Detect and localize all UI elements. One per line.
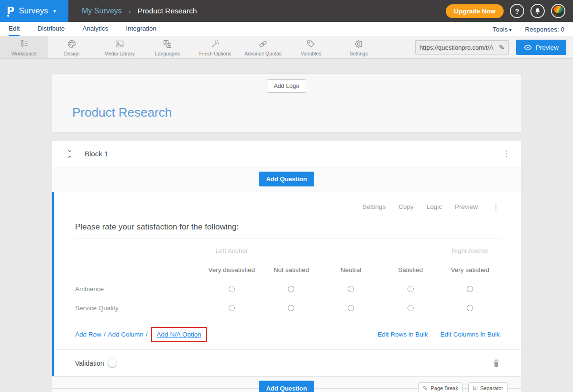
radio-button[interactable] <box>348 286 354 292</box>
radio-button[interactable] <box>408 286 414 292</box>
radio-button[interactable] <box>288 305 294 311</box>
question-menu-kebab-icon[interactable]: ⋮ <box>492 202 500 212</box>
radio-button[interactable] <box>288 286 294 292</box>
gear-icon <box>353 39 364 49</box>
radio-button[interactable] <box>467 286 473 292</box>
separator-button[interactable]: ☑ Separator <box>468 382 507 392</box>
tab-integration[interactable]: Integration <box>126 25 156 36</box>
column-header[interactable]: Very satisfied <box>440 260 500 279</box>
column-header[interactable]: Very dissatisfied <box>202 260 262 279</box>
add-question-band-bottom: Add Question Page Break ☑ Separator <box>52 376 521 392</box>
radio-button[interactable] <box>348 305 354 311</box>
topbar-dark-section: My Surveys › Product Research Upgrade No… <box>68 0 573 22</box>
top-bar: P Surveys ▾ My Surveys › Product Researc… <box>0 0 573 22</box>
row-label[interactable]: Service Quality <box>75 298 202 317</box>
add-logo-button[interactable]: Add Logo <box>267 79 306 93</box>
survey-title[interactable]: Product Research <box>72 105 521 120</box>
left-anchor-field[interactable]: Left Anchor <box>202 241 262 260</box>
toolbar-item-label: Advance Quotas <box>244 51 282 56</box>
questionpro-logo-icon: P <box>7 6 14 16</box>
add-question-button-bottom[interactable]: Add Question <box>259 381 314 392</box>
matrix-cell <box>321 298 381 317</box>
radio-button[interactable] <box>229 305 235 311</box>
add-column-link[interactable]: Add Column <box>108 331 143 338</box>
question-actions: Settings Copy Logic Preview ⋮ <box>75 192 500 212</box>
translate-icon <box>162 39 173 49</box>
toolbar-item-media-library[interactable]: Media Library <box>96 36 143 58</box>
help-icon[interactable]: ? <box>510 4 524 18</box>
validation-toggle[interactable] <box>110 360 125 366</box>
link-separator: / <box>104 331 106 338</box>
edit-rows-in-bulk-link[interactable]: Edit Rows in Bulk <box>377 331 428 338</box>
toolbar-item-workspace[interactable]: Workspace <box>0 36 48 58</box>
column-header[interactable]: Not satisfied <box>262 260 321 279</box>
toolbar-item-label: Variables <box>301 51 321 56</box>
toolbar-item-label: Finish Options <box>199 51 231 56</box>
question-settings-link[interactable]: Settings <box>362 203 386 210</box>
edit-url-pencil-icon[interactable]: ✎ <box>499 44 505 51</box>
matrix-spacer <box>75 241 202 260</box>
toggle-knob <box>108 359 117 367</box>
chevron-down-icon: ▾ <box>54 8 56 14</box>
brand-menu[interactable]: P Surveys ▾ <box>0 0 68 22</box>
block-title[interactable]: Block 1 <box>85 150 108 158</box>
toolbar-item-settings[interactable]: Settings <box>335 36 383 58</box>
tab-edit[interactable]: Edit <box>9 25 20 36</box>
matrix-cell <box>440 279 500 298</box>
delete-question-trash-icon[interactable] <box>493 359 500 368</box>
tools-dropdown[interactable]: Tools▾ <box>493 26 512 36</box>
preview-button[interactable]: Preview <box>516 40 566 55</box>
add-na-option-link[interactable]: Add N/A Option <box>157 331 201 338</box>
survey-url-input[interactable] <box>419 44 499 51</box>
block-card: Block 1 ⋮ Add Question Settings Copy Log… <box>52 140 521 392</box>
question-text[interactable]: Please rate your satisfaction for the fo… <box>75 222 500 232</box>
question-preview-link[interactable]: Preview <box>455 203 478 210</box>
breadcrumb-my-surveys[interactable]: My Surveys <box>82 7 122 15</box>
topbar-actions: Upgrade Now ? <box>446 4 565 18</box>
radio-button[interactable] <box>408 305 414 311</box>
column-header[interactable]: Neutral <box>321 260 381 279</box>
validation-label: Validation <box>75 359 104 367</box>
toolbar-item-label: Workspace <box>11 51 36 56</box>
add-row-link[interactable]: Add Row <box>75 331 101 338</box>
toolbar-item-finish-options[interactable]: Finish Options <box>191 36 239 58</box>
collapse-block-icon[interactable] <box>66 149 73 159</box>
avatar[interactable] <box>551 4 565 18</box>
add-question-band-top: Add Question <box>52 167 521 192</box>
responses-count[interactable]: Responses: 0 <box>525 26 564 36</box>
matrix-spacer <box>75 260 202 279</box>
toolbar-item-languages[interactable]: Languages <box>143 36 191 58</box>
block-menu-kebab-icon[interactable]: ⋮ <box>502 149 510 159</box>
radio-button[interactable] <box>229 286 235 292</box>
radio-button[interactable] <box>467 305 473 311</box>
right-anchor-field[interactable]: Right Anchor <box>440 241 500 260</box>
notifications-bell-icon[interactable] <box>530 4 545 18</box>
add-question-button[interactable]: Add Question <box>259 172 314 186</box>
edit-columns-in-bulk-link[interactable]: Edit Columns in Bulk <box>440 331 500 338</box>
matrix-cell <box>262 279 321 298</box>
footer-right-buttons: Page Break ☑ Separator <box>418 382 507 392</box>
question-logic-link[interactable]: Logic <box>427 203 442 210</box>
column-header[interactable]: Satisfied <box>381 260 441 279</box>
matrix-spacer <box>262 241 321 260</box>
toolbar-item-design[interactable]: Design <box>48 36 96 58</box>
question-copy-link[interactable]: Copy <box>398 203 414 210</box>
preview-label: Preview <box>536 44 559 51</box>
page-break-button[interactable]: Page Break <box>418 382 462 392</box>
matrix-links-row: Add Row / Add Column / Add N/A Option Ed… <box>75 327 500 342</box>
matrix-cell <box>202 279 262 298</box>
matrix-cell <box>381 279 441 298</box>
toolbar-item-variables[interactable]: Variables <box>287 36 335 58</box>
upgrade-now-button[interactable]: Upgrade Now <box>446 4 504 18</box>
eye-icon <box>524 44 532 51</box>
row-label[interactable]: Ambience <box>75 279 202 298</box>
toolbar-item-advance-quotas[interactable]: Advance Quotas <box>239 36 287 58</box>
tab-distribute[interactable]: Distribute <box>37 25 65 36</box>
survey-url-box: ✎ <box>415 40 509 54</box>
question-divider <box>75 239 500 239</box>
checkbox-icon: ☑ <box>473 385 478 392</box>
broken-link-icon <box>422 385 428 391</box>
avatar-image <box>553 6 563 16</box>
tab-analytics[interactable]: Analytics <box>82 25 108 36</box>
survey-header-card: Add Logo Product Research <box>52 73 521 133</box>
